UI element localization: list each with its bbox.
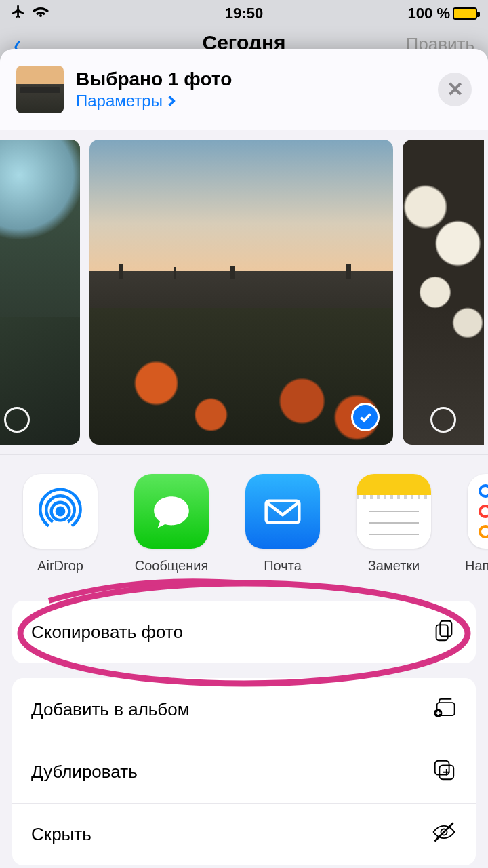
battery-percent: 100 % <box>408 5 450 22</box>
svg-rect-7 <box>436 625 448 640</box>
airdrop-icon <box>23 474 98 549</box>
share-app-notes[interactable]: Заметки <box>357 474 431 574</box>
status-bar: 19:50 100 % <box>0 0 488 27</box>
svg-rect-6 <box>440 620 451 636</box>
share-app-label: Заметки <box>357 558 431 574</box>
copy-icon <box>431 617 457 648</box>
hide-icon <box>431 819 457 850</box>
share-app-label: Сообщения <box>134 558 209 574</box>
action-label: Скопировать фото <box>31 622 183 643</box>
share-app-label: AirDrop <box>23 558 98 574</box>
share-sheet: Выбрано 1 фото Параметры ✕ <box>0 49 488 868</box>
reminders-icon <box>468 474 488 549</box>
chevron-right-icon <box>167 92 176 111</box>
action-copy-photo[interactable]: Скопировать фото <box>12 601 476 663</box>
photo-thumbnail-selected[interactable] <box>89 140 393 445</box>
share-sheet-header: Выбрано 1 фото Параметры ✕ <box>0 49 488 130</box>
wifi-icon <box>33 3 49 24</box>
share-app-mail[interactable]: Почта <box>245 474 320 574</box>
battery-icon <box>453 7 477 20</box>
mail-icon <box>245 474 320 549</box>
messages-icon <box>134 474 209 549</box>
selection-ring-icon[interactable] <box>430 407 456 433</box>
svg-point-0 <box>56 507 66 517</box>
share-app-messages[interactable]: Сообщения <box>134 474 209 574</box>
close-button[interactable]: ✕ <box>438 73 472 106</box>
selected-check-icon[interactable] <box>351 403 380 431</box>
action-hide[interactable]: Скрыть <box>12 803 476 865</box>
action-duplicate[interactable]: Дублировать <box>12 741 476 803</box>
share-app-airdrop[interactable]: AirDrop <box>23 474 98 574</box>
action-label: Дублировать <box>31 762 138 783</box>
options-button[interactable]: Параметры <box>76 92 438 111</box>
share-apps-row[interactable]: AirDrop Сообщения Почта Заметки Напомина… <box>0 455 488 587</box>
share-app-reminders[interactable]: Напоминания <box>468 474 488 574</box>
selection-ring-icon[interactable] <box>4 407 30 433</box>
duplicate-icon <box>431 757 457 787</box>
photo-selection-strip[interactable] <box>0 130 488 455</box>
options-label: Параметры <box>76 92 163 111</box>
action-add-to-album[interactable]: Добавить в альбом <box>12 678 476 741</box>
action-label: Добавить в альбом <box>31 699 190 720</box>
selected-photo-thumbnail <box>16 66 64 113</box>
photo-thumbnail[interactable] <box>0 140 80 445</box>
action-label: Скрыть <box>31 824 92 845</box>
actions-list: Скопировать фото Добавить в альбом Дубли… <box>12 601 476 865</box>
share-app-label: Почта <box>245 558 320 574</box>
selection-title: Выбрано 1 фото <box>76 68 438 90</box>
notes-icon <box>357 474 431 549</box>
add-to-album-icon <box>431 694 457 725</box>
close-icon: ✕ <box>447 77 464 101</box>
share-app-label: Напоминания <box>465 558 488 574</box>
photo-thumbnail[interactable] <box>403 140 484 445</box>
airplane-mode-icon <box>11 4 26 23</box>
